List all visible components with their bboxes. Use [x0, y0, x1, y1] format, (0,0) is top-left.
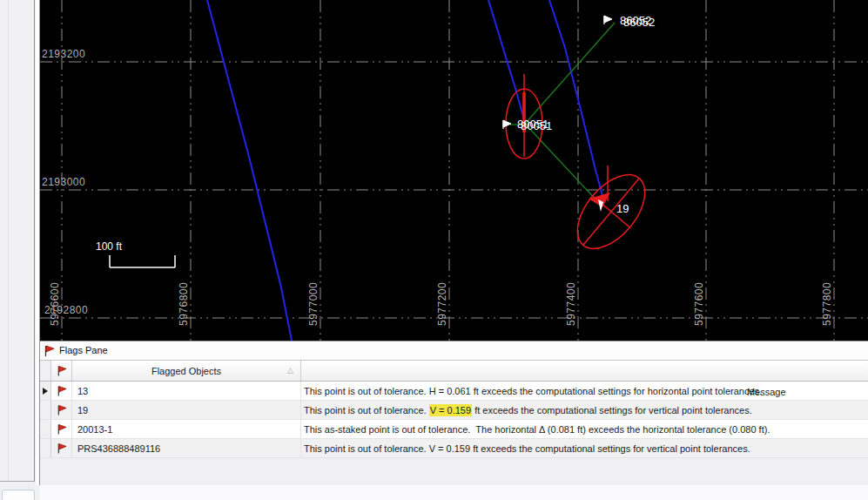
plan-view-graphics: [40, 0, 868, 341]
header-flagged-objects[interactable]: Flagged Objects △: [72, 361, 301, 381]
observation-lines-green: [510, 23, 615, 202]
row-selector-cell[interactable]: [40, 439, 51, 457]
row-flag-cell: [51, 401, 72, 419]
row-selector-cell[interactable]: [40, 420, 51, 438]
flagged-object-name: 20013-1: [72, 420, 301, 438]
flag-row-20013-1[interactable]: 20013-1 This as-staked point is out of t…: [40, 420, 868, 439]
left-dock-panel-divider: [8, 0, 9, 481]
point-label-86052-overlap: 86052: [623, 16, 655, 29]
flag-message-text: This as-staked point is out of tolerance…: [304, 424, 770, 435]
sort-ascending-icon: △: [287, 365, 293, 376]
flag-message: This point is out of tolerance. H = 0.06…: [301, 382, 868, 400]
header-message[interactable]: Message: [301, 361, 868, 381]
flagged-object-name: 13: [72, 382, 301, 400]
y-axis-label: 2193000: [42, 176, 85, 188]
x-axis-label: 5977200: [436, 279, 447, 326]
point-label-19: 19: [616, 202, 629, 215]
point-label-80051-overlap: 80051: [521, 119, 552, 132]
flag-icon: [57, 365, 67, 376]
x-axis-label: 5976600: [49, 279, 60, 326]
flag-message: This point is out of tolerance. V = 0.15…: [301, 439, 868, 457]
error-ellipse-80051: [506, 74, 542, 159]
header-flagged-objects-label: Flagged Objects: [151, 366, 221, 376]
flagged-object-name: 19: [72, 401, 301, 419]
flag-message: This point is out of tolerance. V = 0.15…: [301, 401, 868, 419]
flag-row-13[interactable]: 13 This point is out of tolerance. H = 0…: [40, 382, 868, 401]
flag-icon: [57, 423, 67, 435]
x-axis-label: 5977800: [821, 279, 832, 326]
plan-view-canvas[interactable]: 2193200 2193000 2192800 5976600 5976800 …: [39, 0, 868, 341]
flags-pane-title-bar: Flags Pane: [40, 341, 868, 361]
flag-message-text: This point is out of tolerance. V = 0.15…: [304, 443, 750, 454]
docked-pane-corner: [2, 490, 35, 500]
flag-icon: [57, 443, 67, 454]
flag-row-prs436888489116[interactable]: PRS436888489116 This point is out of tol…: [40, 439, 868, 458]
flag-icon: [44, 345, 55, 357]
flag-icon: [57, 385, 67, 396]
status-strip: [39, 485, 868, 500]
flag-icon: [57, 404, 67, 416]
row-selector-cell[interactable]: [40, 382, 51, 400]
flag-message-text: This point is out of tolerance.: [304, 405, 429, 416]
x-axis-label: 5976800: [178, 279, 189, 326]
row-flag-cell: [51, 420, 72, 438]
header-gutter-cell: [40, 361, 51, 381]
x-axis-label: 5977400: [565, 279, 576, 326]
x-axis-label: 5977600: [693, 279, 704, 326]
y-axis-label: 2193200: [42, 48, 85, 60]
point-marker-80051-icon: [503, 120, 511, 129]
row-flag-cell: [51, 439, 72, 457]
pane-title: Flags Pane: [59, 341, 108, 360]
flags-grid: Flagged Objects △ Message 13 This point …: [40, 361, 868, 458]
highlighted-value: V = 0.159: [429, 404, 472, 416]
x-axis-label: 5977000: [307, 279, 319, 326]
flag-message-text: ft exceeds the computational settings fo…: [472, 405, 752, 416]
scale-bar-label: 100 ft: [96, 240, 122, 253]
header-flag-column[interactable]: [51, 361, 72, 381]
flags-grid-header: Flagged Objects △ Message: [40, 361, 868, 382]
flagged-object-name: PRS436888489116: [72, 439, 301, 457]
flag-message-text: This point is out of tolerance. H = 0.06…: [304, 386, 762, 396]
flags-pane: Flags Pane Flagged Objects △ Message: [39, 341, 868, 485]
flag-row-19[interactable]: 19 This point is out of tolerance. V = 0…: [40, 401, 868, 420]
scale-bar: [110, 255, 175, 267]
row-selector-cell[interactable]: [40, 401, 51, 419]
point-marker-86052-icon: [604, 16, 612, 24]
grid-lines: [40, 0, 868, 341]
survey-lines-blue: [207, 0, 604, 341]
left-dock-panel: [0, 0, 35, 482]
flag-message: This as-staked point is out of tolerance…: [301, 420, 868, 438]
current-row-indicator-icon: [43, 388, 48, 395]
row-flag-cell: [51, 382, 72, 400]
